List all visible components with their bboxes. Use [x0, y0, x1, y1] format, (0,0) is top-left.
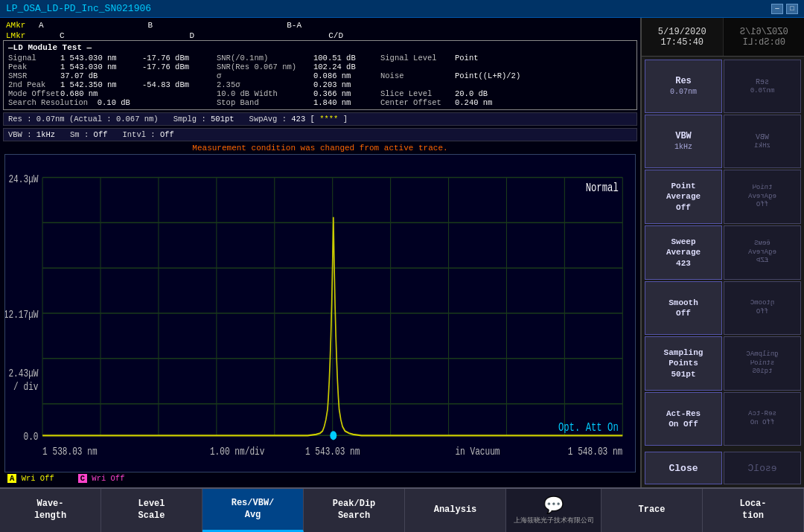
trace-info: A Wri Off C Wri Off — [3, 472, 637, 484]
ld-module-title: —LD Module Test — — [8, 43, 632, 52]
maximize-button[interactable]: □ — [786, 4, 798, 14]
smsr-val: 37.07 dB — [60, 71, 142, 80]
company-name: 上海筱晓光子技术有限公司 — [514, 516, 594, 525]
svg-text:2.43μW: 2.43μW — [8, 368, 38, 380]
svg-text:in Vacuum: in Vacuum — [455, 446, 500, 458]
markers-row: AMkr A B B-A — [3, 21, 637, 31]
right-buttons-grid: Res 0.07nm seЯ mn70.0 VBW 1kHz WBV zHk1 … — [642, 57, 804, 449]
smooth-mirror: ŋtoomС ffO — [724, 281, 801, 335]
vbw-button[interactable]: VBW 1kHz — [645, 115, 722, 168]
slice-level-label: Slice Level — [380, 89, 455, 98]
toolbar-wechat: 💬 上海筱晓光子技术有限公司 — [506, 489, 602, 532]
sampling-points-button[interactable]: Sampling Points 501pt — [645, 336, 722, 391]
search-val: 0.10 dB — [98, 98, 130, 107]
status-line2: VBW : 1kHz Sm : Off Intvl : Off — [3, 128, 637, 141]
peak-label: Peak — [8, 63, 60, 71]
mode-val: 0.680 nm — [60, 89, 142, 98]
lmkr-c: C — [60, 31, 65, 40]
chart-area: 24.3μW 12.17μW 2.43μW / div 0.0 1 538.03… — [4, 154, 636, 472]
trace-a-badge: A — [7, 474, 16, 483]
svg-text:Normal: Normal — [586, 181, 619, 194]
sigma-val: 0.086 nm — [313, 71, 380, 80]
db-width-val: 0.366 nm — [313, 89, 380, 98]
toolbar-trace[interactable]: Trace — [602, 489, 703, 532]
intvl-status: Intvl : Off — [122, 130, 173, 139]
svg-text:12.17μW: 12.17μW — [5, 309, 39, 321]
lmkr-label: LMkr — [6, 31, 33, 40]
snrres-val: 102.24 dB — [313, 63, 380, 71]
smplg-label: Smplg : 501pt — [173, 115, 234, 124]
right-top-datetime: 5/19/2020 17:45:40 0Z0Z/61/S 0b:Sb:LI — [642, 18, 804, 57]
toolbar-level-scale[interactable]: LevelScale — [101, 489, 202, 532]
time-display: 17:45:40 — [660, 37, 704, 48]
svg-text:Opt. Att On: Opt. Att On — [558, 421, 619, 435]
ld-module: —LD Module Test — Signal 1 543.030 nm -1… — [3, 40, 637, 110]
trace-c-status: Wri Off — [92, 474, 124, 483]
trace-a-status: Wri Off — [22, 474, 54, 483]
peak-wl: 1 543.030 nm — [60, 63, 142, 71]
lmkr-d: D — [190, 31, 195, 40]
noise-val: Point((L+R)/2) — [455, 71, 632, 80]
sigma235-val: 0.203 nm — [313, 80, 380, 89]
slice-val: 20.0 dB — [455, 89, 632, 98]
svg-point-31 — [330, 431, 336, 440]
res-status: Res : 0.07nm (Actual : 0.067 nm) — [8, 115, 159, 124]
sweep-average-mirror: ёемS egАrevА £ZÞ — [724, 225, 801, 280]
datetime-block-mirrored: 0Z0Z/61/S 0b:Sb:LI — [724, 18, 805, 56]
main-container: AMkr A B B-A LMkr C D C/D —LD Module Tes… — [0, 18, 804, 487]
db-width-label: 10.0 dB Width — [217, 89, 313, 98]
amkr-ba: B-A — [287, 21, 302, 31]
point-average-button[interactable]: Point Average Off — [645, 170, 722, 224]
date-mirror: 0Z0Z/61/S — [739, 27, 788, 37]
res-button[interactable]: Res 0.07nm — [645, 60, 722, 113]
peak2-pwr: -54.83 dBm — [142, 80, 217, 89]
center-val: 0.240 nm — [455, 98, 632, 107]
toolbar-wavelength[interactable]: Wave-length — [0, 489, 101, 532]
toolbar-res-vbw-avg[interactable]: Res/VBW/Avg — [202, 489, 304, 532]
close-button[interactable]: Close — [645, 452, 722, 484]
sweep-average-button[interactable]: Sweep Average 423 — [645, 225, 722, 280]
point-average-mirror: tniоЧ egАrevА ffO — [724, 170, 801, 224]
sampling-points-mirror: gnilpmАС stnioЧ tq10S — [724, 336, 801, 391]
act-res-mirror: seЯ-tcА ffO nO — [724, 392, 801, 446]
toolbar-location[interactable]: Loca-tion — [703, 489, 804, 532]
signal-level-label: Signal Level — [380, 54, 455, 63]
window-title: LP_OSA_LD-PD_Inc_SN021906 — [6, 3, 151, 14]
trace-c-badge: C — [78, 474, 87, 483]
smooth-button[interactable]: Smooth Off — [645, 281, 722, 335]
sm-status: Sm : Off — [70, 130, 107, 139]
amkr-label: AMkr — [6, 21, 33, 31]
signal-pwr: -17.76 dBm — [142, 54, 217, 63]
mode-offset-label: Mode Offset — [8, 89, 60, 98]
wechat-icon: 💬 — [543, 496, 564, 516]
search-res-label: Search Resolution 0.10 dB — [8, 98, 142, 107]
amkr-b: B — [148, 21, 153, 31]
svg-text:/ div: / div — [13, 381, 38, 394]
lmkr-cd: C/D — [328, 31, 343, 40]
bottom-toolbar: Wave-length LevelScale Res/VBW/Avg Peak/… — [0, 487, 804, 532]
signal-label: Signal — [8, 54, 60, 63]
time-mirror: 0b:Sb:LI — [742, 37, 785, 48]
right-panel: 5/19/2020 17:45:40 0Z0Z/61/S 0b:Sb:LI Re… — [640, 18, 804, 487]
status-line: Res : 0.07nm (Actual : 0.067 nm) Smplg :… — [3, 112, 637, 126]
act-res-button[interactable]: Act-Res On Off — [645, 392, 722, 446]
svg-text:1 543.03 nm: 1 543.03 nm — [305, 446, 360, 458]
close-btn-row: Close esolC — [642, 449, 804, 487]
signal-wl: 1 543.030 nm — [60, 54, 142, 63]
swpavg-label: SwpAvg : 423 [ **** ] — [249, 115, 348, 124]
warning-line: Measurement condition was changed from a… — [3, 144, 637, 153]
chart-svg: 24.3μW 12.17μW 2.43μW / div 0.0 1 538.03… — [5, 155, 635, 472]
minimize-button[interactable]: — — [771, 4, 783, 14]
stop-band-label: Stop Band — [217, 98, 313, 107]
snr01-val: 100.51 dB — [313, 54, 380, 63]
toolbar-analysis[interactable]: Analysis — [405, 489, 506, 532]
title-bar: LP_OSA_LD-PD_Inc_SN021906 — □ — [0, 0, 804, 18]
sigma-label: σ — [217, 71, 313, 80]
snrres-label: SNR(Res 0.067 nm) — [217, 63, 313, 71]
vbw-button-mirror: WBV zHk1 — [724, 115, 801, 168]
toolbar-peak-dip[interactable]: Peak/DipSearch — [304, 489, 405, 532]
noise-label: Noise — [380, 71, 455, 80]
stop-val: 1.840 nm — [313, 98, 380, 107]
amkr-a: A — [39, 21, 44, 31]
date-display: 5/19/2020 — [658, 27, 706, 37]
